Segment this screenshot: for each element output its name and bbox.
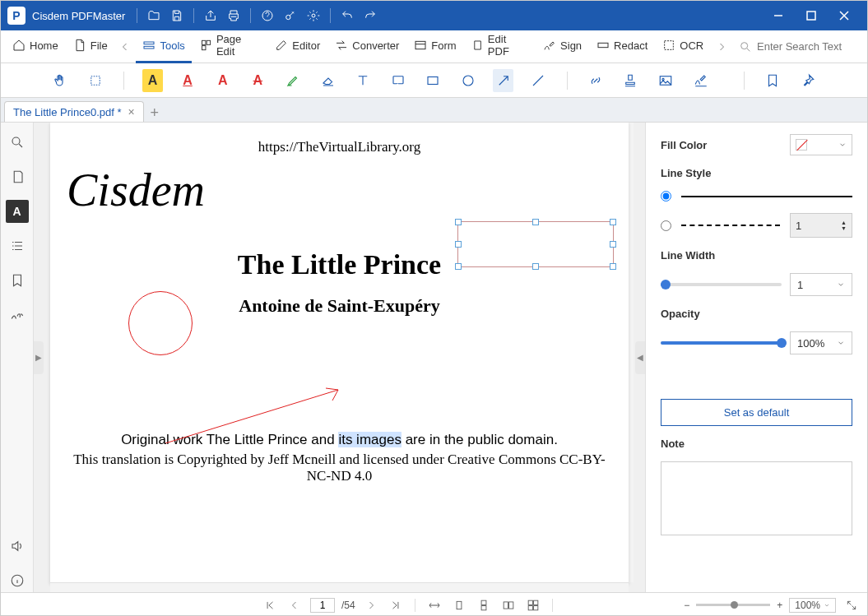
bookmark-tool-icon[interactable]: [763, 69, 783, 92]
key-icon[interactable]: [279, 4, 302, 27]
help-icon[interactable]: [256, 4, 279, 27]
tab-converter[interactable]: Converter: [328, 30, 406, 63]
linewidth-slider[interactable]: [661, 283, 782, 286]
tab-sign[interactable]: Sign: [536, 30, 588, 63]
image-tool-icon[interactable]: [656, 69, 676, 92]
marker-tool-icon[interactable]: [283, 69, 304, 92]
search-panel-icon[interactable]: [6, 131, 29, 154]
expand-left-handle[interactable]: ▶: [34, 341, 44, 374]
vertical-scrollbar[interactable]: [629, 123, 634, 582]
annotations-panel-icon[interactable]: A: [6, 200, 29, 223]
rectangle-tool-icon[interactable]: [423, 69, 443, 92]
first-page-button[interactable]: [261, 596, 279, 614]
pdf-page[interactable]: https://TheVirtualLibrary.org Cisdem The…: [50, 123, 629, 584]
linestyle-dashed-radio[interactable]: [661, 220, 671, 231]
continuous-page-icon[interactable]: [475, 596, 493, 614]
save-icon[interactable]: [165, 4, 188, 27]
properties-panel: Fill Color Line Style 1▲▼ Line Width 1 O…: [645, 123, 867, 592]
doc-watermark: Cisdem: [67, 164, 612, 216]
bookmarks-panel-icon[interactable]: [6, 269, 29, 292]
underline-tool-icon[interactable]: A: [178, 69, 198, 92]
next-page-button[interactable]: [362, 596, 380, 614]
single-page-icon[interactable]: [450, 596, 468, 614]
zoom-in-button[interactable]: +: [777, 600, 782, 611]
linestyle-solid-radio[interactable]: [661, 191, 671, 201]
pin-tool-icon[interactable]: [798, 69, 819, 92]
stamp-tool-icon[interactable]: [620, 69, 641, 92]
titlebar: P Cisdem PDFMaster: [1, 1, 867, 30]
signature-tool-icon[interactable]: [690, 69, 711, 92]
squiggly-tool-icon[interactable]: A: [212, 69, 233, 92]
tab-file[interactable]: File: [67, 30, 114, 63]
fit-width-icon[interactable]: [425, 596, 443, 614]
solid-line-preview: [681, 196, 852, 197]
circle-annotation[interactable]: [128, 291, 193, 355]
two-page-continuous-icon[interactable]: [524, 596, 542, 614]
document-tab[interactable]: The Little Prince0.pdf * ×: [4, 101, 144, 122]
svg-point-1: [286, 15, 290, 19]
tab-redact[interactable]: Redact: [590, 30, 654, 63]
circle-tool-icon[interactable]: [458, 69, 479, 92]
note-textarea[interactable]: [661, 461, 852, 535]
minimize-button[interactable]: [762, 1, 795, 30]
open-icon[interactable]: [142, 4, 165, 27]
fillcolor-picker[interactable]: [790, 134, 852, 155]
tab-close-icon[interactable]: ×: [128, 105, 135, 118]
maximize-button[interactable]: [795, 1, 828, 30]
toolrail: A A A A: [1, 63, 867, 98]
svg-rect-25: [504, 601, 508, 608]
search-input[interactable]: [757, 40, 856, 53]
print-icon[interactable]: [222, 4, 245, 27]
line-tool-icon[interactable]: [528, 69, 549, 92]
redo-icon[interactable]: [359, 4, 382, 27]
page-input[interactable]: [310, 598, 335, 613]
last-page-button[interactable]: [387, 596, 405, 614]
note-tool-icon[interactable]: [388, 69, 409, 92]
expand-right-handle[interactable]: ◀: [635, 341, 645, 374]
opacity-select[interactable]: 100%: [790, 331, 852, 354]
tab-editor[interactable]: Editor: [268, 30, 327, 63]
linewidth-select[interactable]: 1: [790, 273, 852, 296]
settings-icon[interactable]: [302, 4, 325, 27]
text-tool-icon[interactable]: [353, 69, 374, 92]
two-page-icon[interactable]: [499, 596, 518, 614]
select-tool-icon[interactable]: [86, 69, 106, 92]
close-button[interactable]: [828, 1, 861, 30]
arrow-tool-icon[interactable]: [493, 69, 513, 92]
opacity-slider[interactable]: [661, 341, 782, 345]
eraser-tool-icon[interactable]: [318, 69, 338, 92]
horizontal-scrollbar[interactable]: [50, 582, 629, 592]
ribbon-next[interactable]: [712, 35, 731, 58]
info-icon[interactable]: [6, 569, 29, 592]
prev-page-button[interactable]: [285, 596, 304, 614]
highlight-tool-icon[interactable]: A: [142, 69, 163, 92]
sound-icon[interactable]: [6, 535, 29, 558]
dash-stepper[interactable]: 1▲▼: [790, 213, 852, 238]
tab-form[interactable]: Form: [407, 30, 462, 63]
zoom-out-button[interactable]: −: [684, 600, 689, 611]
tab-tools[interactable]: Tools: [136, 30, 191, 63]
share-icon[interactable]: [199, 4, 222, 27]
fullscreen-button[interactable]: [842, 596, 861, 614]
undo-icon[interactable]: [336, 4, 359, 27]
zoom-slider[interactable]: [696, 604, 770, 606]
tab-ocr[interactable]: OCR: [656, 30, 710, 63]
rectangle-annotation-selected[interactable]: [457, 221, 614, 267]
strikeout-tool-icon[interactable]: A: [248, 69, 268, 92]
hand-tool-icon[interactable]: [50, 69, 71, 92]
signature-panel-icon[interactable]: [6, 303, 29, 327]
tab-editpdf[interactable]: Edit PDF: [465, 30, 535, 63]
outline-panel-icon[interactable]: [6, 234, 29, 257]
add-tab-button[interactable]: +: [144, 104, 165, 122]
set-default-button[interactable]: Set as default: [661, 399, 852, 426]
ribbon-prev[interactable]: [116, 35, 135, 58]
tab-pageedit[interactable]: Page Edit: [193, 30, 267, 63]
thumbnails-panel-icon[interactable]: [6, 165, 29, 188]
opacity-label: Opacity: [661, 308, 852, 320]
link-tool-icon[interactable]: [586, 69, 606, 92]
zoom-select[interactable]: 100%: [789, 598, 836, 613]
arrow-annotation[interactable]: [165, 386, 346, 443]
svg-line-21: [165, 390, 338, 443]
tab-home[interactable]: Home: [6, 30, 65, 63]
ribbon-search[interactable]: [732, 40, 862, 53]
